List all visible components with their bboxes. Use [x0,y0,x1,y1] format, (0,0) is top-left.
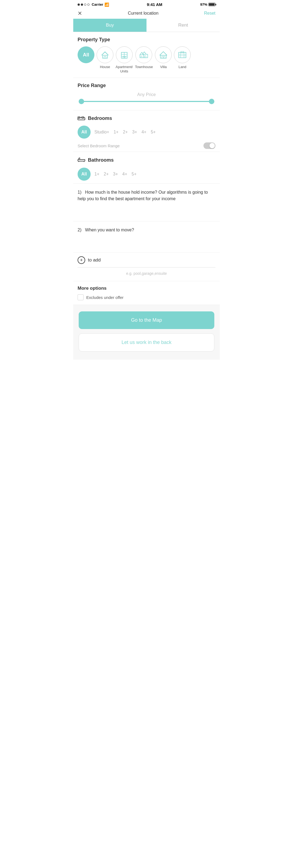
svg-rect-16 [179,52,186,58]
carrier-label: Carrier [92,2,104,6]
excludes-under-offer-label: Excludes under offer [86,295,123,300]
go-to-map-button[interactable]: Go to the Map [79,311,214,329]
svg-rect-0 [102,55,108,58]
bedroom-option-all[interactable]: All [78,126,91,138]
price-range-title: Price Range [78,83,215,88]
property-type-section: Property Type All House [73,32,220,78]
bed-icon [78,115,85,121]
excludes-under-offer-checkbox[interactable] [78,294,84,300]
bathroom-option-2[interactable]: 2+ [103,170,109,178]
bedrooms-title: Bedrooms [88,116,112,121]
townhouse-icon [139,50,149,60]
prop-type-all[interactable]: All [78,46,94,65]
bedroom-option-4[interactable]: 4+ [141,129,147,135]
bedrooms-header: Bedrooms [78,115,215,121]
prop-icon-townhouse [136,46,152,63]
toggle-knob [209,143,215,148]
question-1-space [78,202,215,216]
bathroom-option-1[interactable]: 1+ [94,170,100,178]
property-type-title: Property Type [78,37,215,42]
question-1-body: How much is the house hold income? Our a… [78,190,208,201]
question-1-number: 1) [78,190,81,194]
close-button[interactable]: ✕ [78,10,82,17]
svg-rect-23 [78,117,80,118]
to-add-header: + to add [78,256,215,264]
villa-icon [158,50,168,60]
bedrooms-section: Bedrooms All Studio+ 1+ 2+ 3+ 4+ 5+ Sele… [73,111,220,152]
bathroom-option-3[interactable]: 3+ [113,170,119,178]
bathrooms-options: All 1+ 2+ 3+ 4+ 5+ [78,167,215,181]
prop-label-land: Land [178,65,186,69]
prop-type-land[interactable]: Land [174,46,191,69]
bathrooms-title: Bathrooms [88,157,114,163]
prop-label-villa: Villa [160,65,167,69]
svg-rect-1 [104,56,106,58]
apartment-icon [119,50,129,60]
bedroom-range-label: Select Bedroom Range [78,144,120,148]
signal-dot-4 [87,3,90,6]
bedroom-option-1[interactable]: 1+ [113,129,119,135]
bedroom-option-5[interactable]: 5+ [150,129,156,135]
prop-icon-house [96,46,113,63]
question-1-section: 1) How much is the house hold income? Ou… [73,184,220,221]
to-add-title: to add [88,257,101,263]
prop-label-house: House [100,65,110,69]
bathrooms-section: Bathrooms All 1+ 2+ 3+ 4+ 5+ [73,152,220,184]
prop-type-villa[interactable]: Villa [155,46,172,69]
location-label: Current location [128,11,158,16]
question-2-text: 2) When you want to move? [78,227,215,233]
to-add-section: + to add e.g. pool,garage,ensuite [73,252,220,281]
prop-icon-villa [155,46,172,63]
status-bar: Carrier 📶 9:41 AM 97% [73,0,220,8]
svg-rect-11 [145,56,146,58]
bottom-buttons: Go to the Map Let us work in the back [73,305,220,360]
prop-type-house[interactable]: House [96,46,113,69]
reset-button[interactable]: Reset [204,11,215,16]
range-thumb-right[interactable] [209,99,214,104]
bathroom-option-5[interactable]: 5+ [131,170,137,178]
prop-icon-apartment [116,46,133,63]
bedroom-option-studio[interactable]: Studio+ [94,129,110,135]
carrier-signal: Carrier 📶 [78,2,109,7]
range-thumb-left[interactable] [79,99,84,104]
svg-rect-9 [144,54,148,58]
battery-icon [208,3,215,6]
svg-rect-12 [160,55,167,58]
tab-buy[interactable]: Buy [73,19,146,32]
house-icon [100,50,110,60]
signal-dot-3 [84,3,86,6]
price-range-section: Price Range Any Price [73,78,220,111]
price-slider[interactable] [78,101,215,102]
prop-label-townhouse: Townhouse [135,65,153,69]
bedroom-range-toggle[interactable] [203,143,215,149]
to-add-divider [78,267,215,268]
range-track [79,101,214,102]
svg-line-28 [79,161,79,162]
svg-rect-24 [82,117,84,118]
land-icon [177,50,187,60]
prop-type-apartment[interactable]: Apartment/ Units [116,46,133,73]
question-2-space [78,233,215,247]
tab-rent[interactable]: Rent [146,19,220,32]
more-options-section: More options Excludes under offer [73,281,220,305]
svg-rect-14 [164,56,165,58]
bathrooms-header: Bathrooms [78,157,215,163]
battery-fill [209,3,214,6]
prop-icon-land [174,46,191,63]
bedroom-option-2[interactable]: 2+ [122,129,128,135]
bathroom-option-4[interactable]: 4+ [122,170,128,178]
svg-rect-27 [78,159,85,161]
let-us-work-button[interactable]: Let us work in the back [79,333,214,351]
plus-circle-icon[interactable]: + [78,256,85,264]
wifi-icon: 📶 [105,2,109,7]
prop-icon-all: All [78,46,94,63]
bedroom-option-3[interactable]: 3+ [131,129,138,135]
all-label: All [83,52,89,58]
to-add-placeholder[interactable]: e.g. pool,garage,ensuite [78,270,215,277]
battery-area: 97% [200,2,215,6]
bedroom-range-toggle-row: Select Bedroom Range [78,143,215,149]
prop-label-apartment: Apartment/ Units [116,65,133,73]
bedrooms-options: All Studio+ 1+ 2+ 3+ 4+ 5+ [78,126,215,138]
prop-type-townhouse[interactable]: Townhouse [135,46,153,69]
bathroom-option-all[interactable]: All [78,167,91,181]
